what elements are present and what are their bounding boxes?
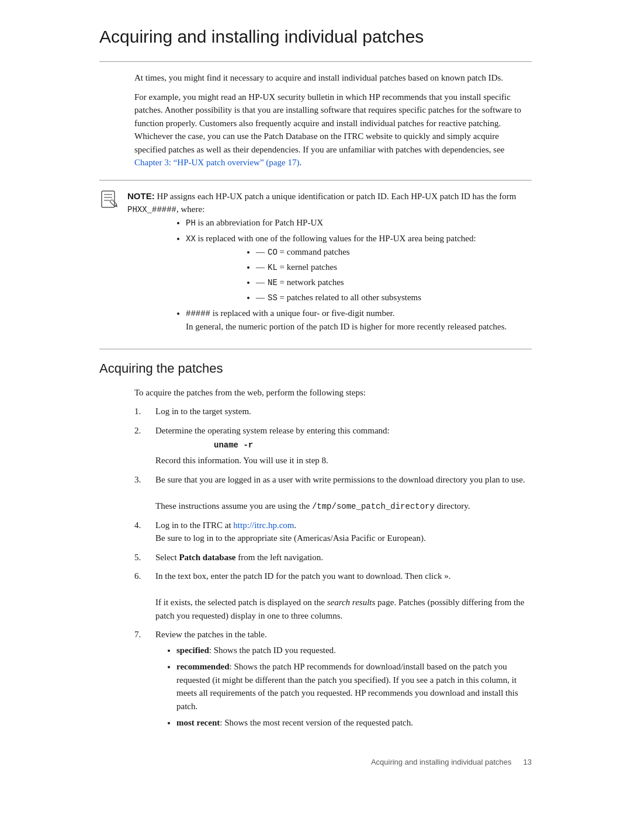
note-bullet-3: ##### is replaced with a unique four- or… [186, 307, 532, 334]
footer-page-num: 13 [523, 756, 532, 768]
note-divider-top [99, 180, 532, 181]
most-recent-bold: most recent [176, 718, 220, 727]
step-1: 1 Log in to the target system. [134, 405, 532, 418]
step-6-num: 6 [134, 570, 155, 583]
note-code1: PHXX_##### [127, 205, 176, 214]
step-4-content: Log in to the ITRC at http://itrc.hp.com… [155, 519, 532, 545]
step-6-text: In the text box, enter the patch ID for … [155, 571, 450, 581]
note-bullet-2: XX is replaced with one of the following… [186, 232, 532, 304]
step-5: 5 Select Patch database from the left na… [134, 551, 532, 564]
section2-intro: To acquire the patches from the web, per… [134, 386, 532, 400]
step-7: 7 Review the patches in the table. speci… [134, 628, 532, 733]
step-4-text-prefix: Log in to the ITRC at [155, 520, 233, 530]
ss-text: = patches related to all other subsystem… [278, 293, 421, 302]
xx-text: is replaced with one of the following va… [196, 234, 476, 243]
page-footer: Acquiring and installing individual patc… [99, 756, 532, 768]
step-5-bold: Patch database [179, 553, 235, 562]
note-box: NOTE: HP assigns each HP-UX patch a uniq… [99, 190, 532, 338]
kl-code: KL [268, 263, 278, 272]
step-1-num: 1 [134, 405, 155, 418]
ph-code: PH [186, 218, 196, 228]
co-text: = command patches [278, 247, 350, 256]
step-7-num: 7 [134, 628, 155, 641]
step-5-num: 5 [134, 551, 155, 564]
step-2-num: 2 [134, 424, 155, 438]
note-svg-icon [99, 190, 120, 211]
page-container: Acquiring and installing individual patc… [64, 0, 567, 803]
ne-item: NE = network patches [256, 276, 532, 289]
step-7-recommended: recommended: Shows the patch HP recommen… [176, 660, 532, 713]
step-2-code: uname -r [214, 439, 532, 452]
step-5-suffix: from the left navigation. [236, 553, 324, 562]
co-code: CO [268, 248, 278, 257]
svg-marker-5 [115, 204, 118, 207]
recommended-bold: recommended [176, 662, 230, 671]
note-divider-bottom [99, 349, 532, 349]
co-item: CO = command patches [256, 245, 532, 259]
hash-extra: In general, the numeric portion of the p… [186, 322, 507, 331]
intro-para2: For example, you might read an HP-UX sec… [134, 91, 532, 169]
intro-para2-text: For example, you might read an HP-UX sec… [134, 92, 521, 154]
step-7-content: Review the patches in the table. specifi… [155, 628, 532, 733]
footer-text: Acquiring and installing individual patc… [371, 756, 512, 768]
step-7-specified: specified: Shows the patch ID you reques… [176, 644, 532, 657]
step-4: 4 Log in to the ITRC at http://itrc.hp.c… [134, 519, 532, 545]
step-6-after-prefix: If it exists, the selected patch is disp… [155, 598, 327, 607]
intro-para2-end: . [299, 158, 301, 167]
svg-rect-4 [110, 199, 117, 206]
step-4-num: 4 [134, 519, 155, 532]
step-3: 3 Be sure that you are logged in as a us… [134, 473, 532, 513]
step-7-text: Review the patches in the table. [155, 630, 267, 639]
svg-rect-0 [102, 191, 115, 207]
ss-code: SS [268, 293, 278, 303]
specified-text: : Shows the patch ID you requested. [209, 645, 336, 655]
step-5-content: Select Patch database from the left navi… [155, 551, 532, 564]
note-text2: , where: [176, 204, 204, 214]
intro-para1: At times, you might find it necessary to… [134, 71, 532, 85]
xx-code: XX [186, 234, 196, 244]
note-label: NOTE: [127, 191, 155, 201]
steps-list: 1 Log in to the target system. 2 Determi… [134, 405, 532, 733]
xx-dash-list: CO = command patches KL = kernel patches… [256, 245, 532, 304]
specified-bold: specified [176, 645, 209, 655]
step-1-text: Log in to the target system. [155, 407, 251, 416]
chapter-title: Acquiring and installing individual patc… [99, 23, 532, 50]
step-3-code: /tmp/some_patch_directory [312, 502, 435, 511]
step-3-content: Be sure that you are logged in as a user… [155, 473, 532, 513]
section2-title: Acquiring the patches [99, 359, 532, 378]
ne-code: NE [268, 278, 278, 287]
step-5-prefix: Select [155, 553, 179, 562]
step-3-text: Be sure that you are logged in as a user… [155, 475, 525, 484]
step-3-after-suffix: directory. [435, 501, 470, 511]
step-2-text: Determine the operating system release b… [155, 426, 390, 435]
step-4-after: Be sure to log in to the appropriate sit… [155, 533, 426, 543]
step-3-num: 3 [134, 473, 155, 487]
step-2-after: Record this information. You will use it… [155, 456, 328, 465]
step-6-content: In the text box, enter the patch ID for … [155, 570, 532, 622]
kl-item: KL = kernel patches [256, 261, 532, 274]
chapter3-link[interactable]: Chapter 3: “HP-UX patch overview” (page … [134, 158, 299, 167]
step-1-content: Log in to the target system. [155, 405, 532, 418]
note-bullet-list: PH is an abbreviation for Patch HP-UX XX… [186, 216, 532, 334]
hash-text: is replaced with a unique four- or five-… [210, 308, 394, 318]
step-2-content: Determine the operating system release b… [155, 424, 532, 467]
most-recent-text: : Shows the most recent version of the r… [220, 718, 413, 727]
step-6: 6 In the text box, enter the patch ID fo… [134, 570, 532, 622]
note-icon [99, 190, 120, 211]
step-7-most-recent: most recent: Shows the most recent versi… [176, 716, 532, 730]
step-7-subitems: specified: Shows the patch ID you reques… [176, 644, 532, 730]
hash-code: ##### [186, 309, 210, 318]
step-3-after-prefix: These instructions assume you are using … [155, 501, 312, 511]
note-bullet-1: PH is an abbreviation for Patch HP-UX [186, 216, 532, 230]
step-6-italic: search results [327, 598, 376, 607]
step-2: 2 Determine the operating system release… [134, 424, 532, 467]
note-text1: HP assigns each HP-UX patch a unique ide… [157, 192, 516, 201]
step-4-text-suffix: . [294, 520, 296, 530]
itrc-link[interactable]: http://itrc.hp.com [233, 520, 294, 530]
kl-text: = kernel patches [278, 262, 337, 272]
note-content: NOTE: HP assigns each HP-UX patch a uniq… [127, 190, 532, 338]
ne-text: = network patches [278, 277, 344, 287]
ph-text: is an abbreviation for Patch HP-UX [196, 218, 323, 227]
top-divider [99, 61, 532, 62]
ss-item: SS = patches related to all other subsys… [256, 291, 532, 304]
